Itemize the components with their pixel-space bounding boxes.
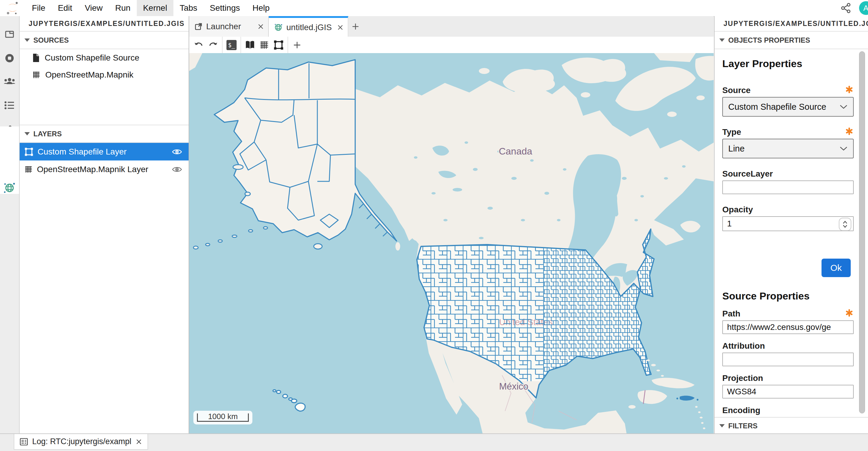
- path-field-label: Path: [722, 309, 854, 318]
- right-panel-scrollbar: [859, 51, 866, 413]
- user-avatar[interactable]: A: [859, 1, 868, 15]
- sourcelayer-input[interactable]: [722, 180, 854, 194]
- layer-item-label: Custom Shapefile Layer: [37, 147, 127, 157]
- close-icon[interactable]: [337, 24, 344, 31]
- sources-section-header[interactable]: SOURCES: [20, 32, 189, 49]
- menu-help[interactable]: Help: [246, 0, 276, 16]
- required-asterisk-icon: [845, 86, 853, 93]
- projection-field-label: Projection: [722, 373, 854, 383]
- filters-section-header[interactable]: FILTERS: [715, 417, 868, 434]
- opacity-stepper[interactable]: [839, 218, 851, 231]
- map-label-canada: Canada: [499, 146, 532, 157]
- jupyter-logo-icon: [6, 1, 19, 15]
- chevron-down-icon: [719, 424, 725, 427]
- launcher-icon: [194, 23, 202, 30]
- menu-tabs[interactable]: Tabs: [174, 0, 204, 16]
- redo-button[interactable]: [206, 38, 220, 52]
- layers-list: Custom Shapefile Layer OpenStreetMap.Map…: [20, 143, 189, 178]
- bottom-status-bar: Log: RTC:jupytergis/exampl: [0, 433, 868, 451]
- chevron-down-icon: [25, 38, 30, 42]
- source-select[interactable]: Custom Shapefile Source: [722, 97, 854, 117]
- terminal-glyph: $_: [228, 42, 235, 49]
- layer-item-openstreetmap[interactable]: OpenStreetMap.Mapnik Layer: [20, 161, 189, 178]
- jupyterlab-window: File Edit View Run Kernel Tabs Settings …: [0, 0, 868, 451]
- layer-item-label: OpenStreetMap.Mapnik Layer: [37, 165, 148, 174]
- jgis-globe-icon: [274, 23, 282, 32]
- collaboration-icon[interactable]: [0, 73, 19, 90]
- chevron-down-icon: [839, 104, 848, 110]
- new-tab-button[interactable]: [348, 16, 363, 37]
- vector-layer-button[interactable]: [272, 38, 286, 52]
- menu-kernel[interactable]: Kernel: [137, 0, 174, 16]
- toolbar-separator: [287, 37, 288, 53]
- right-panel-title: JUPYTERGIS/EXAMPLES/UNTITLED.JGIS: [715, 16, 868, 32]
- add-button[interactable]: [290, 38, 304, 52]
- path-input[interactable]: [722, 320, 854, 334]
- attribution-input[interactable]: [722, 353, 854, 366]
- file-browser-icon[interactable]: [0, 26, 19, 43]
- menu-view[interactable]: View: [79, 0, 109, 16]
- map-scale-bar: 1000 km: [193, 411, 252, 424]
- required-asterisk-icon: [845, 128, 853, 135]
- source-item-custom-shapefile[interactable]: Custom Shapefile Source: [20, 49, 189, 66]
- jupytergis-globe-icon[interactable]: [0, 179, 19, 196]
- source-properties-title: Source Properties: [722, 290, 854, 302]
- layers-section-header[interactable]: LAYERS: [20, 125, 189, 143]
- share-icon[interactable]: [841, 3, 851, 13]
- required-asterisk-icon: [845, 309, 853, 317]
- toolbar-separator: [222, 37, 223, 53]
- tab-launcher[interactable]: Launcher: [189, 16, 269, 37]
- vector-square-icon: [25, 147, 33, 156]
- tab-bar: Launcher untitled.jGIS: [189, 16, 714, 37]
- menu-file[interactable]: File: [26, 0, 52, 16]
- sourcelayer-field-label: SourceLayer: [722, 169, 854, 179]
- grid-icon: [25, 165, 33, 174]
- type-select[interactable]: Line: [722, 139, 854, 159]
- close-icon[interactable]: [257, 23, 264, 30]
- visibility-eye-icon[interactable]: [172, 148, 182, 156]
- tab-label: untitled.jGIS: [286, 23, 332, 32]
- menu-run[interactable]: Run: [109, 0, 137, 16]
- tab-untitled-jgis[interactable]: untitled.jGIS: [269, 16, 348, 37]
- source-item-label: Custom Shapefile Source: [45, 53, 140, 63]
- menu-edit[interactable]: Edit: [52, 0, 79, 16]
- filters-label: FILTERS: [728, 422, 757, 430]
- chevron-down-icon: [25, 132, 30, 135]
- undo-button[interactable]: [192, 38, 206, 52]
- main-dock-panel: Launcher untitled.jGIS: [189, 16, 714, 434]
- map-canvas[interactable]: United States: [189, 53, 714, 434]
- ok-button[interactable]: Ok: [822, 259, 851, 277]
- opacity-input[interactable]: [722, 216, 854, 231]
- activity-bar: [0, 16, 20, 434]
- console-button[interactable]: $_: [224, 38, 239, 52]
- raster-grid-button[interactable]: [257, 38, 272, 52]
- chevron-down-icon: [719, 38, 725, 42]
- right-sidebar-panel: JUPYTERGIS/EXAMPLES/UNTITLED.JGIS OBJECT…: [714, 16, 868, 434]
- scrollbar-thumb[interactable]: [859, 51, 865, 414]
- layers-section-label: LAYERS: [33, 130, 62, 138]
- menu-settings[interactable]: Settings: [204, 0, 246, 16]
- layer-item-custom-shapefile[interactable]: Custom Shapefile Layer: [20, 143, 189, 161]
- properties-form: Layer Properties Source Custom Shapefile…: [715, 51, 856, 417]
- basemap-book-button[interactable]: [243, 38, 257, 52]
- visibility-eye-icon[interactable]: [172, 166, 182, 173]
- layer-properties-title: Layer Properties: [722, 58, 854, 69]
- sources-list: Custom Shapefile Source OpenStreetMap.Ma…: [20, 49, 189, 125]
- attribution-field-label: Attribution: [722, 341, 854, 351]
- grid-icon: [32, 71, 40, 79]
- menubar: File Edit View Run Kernel Tabs Settings …: [0, 0, 868, 17]
- source-item-openstreetmap[interactable]: OpenStreetMap.Mapnik: [20, 66, 189, 83]
- running-sessions-icon[interactable]: [0, 50, 19, 66]
- source-item-label: OpenStreetMap.Mapnik: [45, 70, 133, 80]
- projection-input[interactable]: [722, 385, 854, 398]
- log-console-tab[interactable]: Log: RTC:jupytergis/exampl: [14, 434, 148, 450]
- sources-section-label: SOURCES: [33, 36, 69, 45]
- close-icon[interactable]: [135, 439, 142, 445]
- encoding-field-label: Encoding: [722, 406, 854, 415]
- toolbar-separator: [241, 37, 241, 53]
- objects-properties-header[interactable]: OBJECTS PROPERTIES: [715, 32, 868, 49]
- scale-text: 1000 km: [193, 412, 252, 421]
- chevron-down-icon: [839, 146, 848, 151]
- table-of-contents-icon[interactable]: [0, 97, 19, 114]
- map-toolbar: $_: [189, 37, 714, 54]
